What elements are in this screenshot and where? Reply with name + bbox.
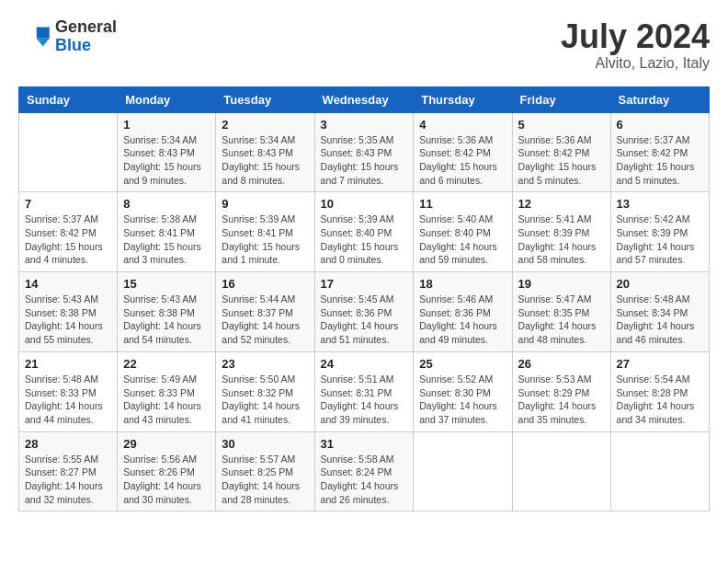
day-detail: Sunrise: 5:55 AM Sunset: 8:27 PM Dayligh… <box>25 453 111 507</box>
day-detail: Sunrise: 5:41 AM Sunset: 8:39 PM Dayligh… <box>518 213 605 267</box>
day-cell: 12Sunrise: 5:41 AM Sunset: 8:39 PM Dayli… <box>512 192 610 272</box>
calendar-table: SundayMondayTuesdayWednesdayThursdayFrid… <box>18 86 710 512</box>
day-number: 25 <box>419 357 506 371</box>
day-detail: Sunrise: 5:36 AM Sunset: 8:42 PM Dayligh… <box>419 133 506 188</box>
day-detail: Sunrise: 5:47 AM Sunset: 8:35 PM Dayligh… <box>518 293 605 347</box>
week-row-5: 28Sunrise: 5:55 AM Sunset: 8:27 PM Dayli… <box>19 431 710 511</box>
day-cell: 27Sunrise: 5:54 AM Sunset: 8:28 PM Dayli… <box>610 351 709 431</box>
day-number: 1 <box>123 118 210 132</box>
day-cell: 21Sunrise: 5:48 AM Sunset: 8:33 PM Dayli… <box>19 351 118 431</box>
day-cell: 19Sunrise: 5:47 AM Sunset: 8:35 PM Dayli… <box>512 272 610 352</box>
title-block: July 2024 Alvito, Lazio, Italy <box>561 18 710 72</box>
day-number: 6 <box>617 118 703 132</box>
day-cell: 16Sunrise: 5:44 AM Sunset: 8:37 PM Dayli… <box>216 272 314 352</box>
day-number: 28 <box>25 437 111 451</box>
day-number: 14 <box>25 277 111 291</box>
day-number: 15 <box>123 277 210 291</box>
day-number: 30 <box>222 437 308 451</box>
day-cell: 13Sunrise: 5:42 AM Sunset: 8:39 PM Dayli… <box>610 192 709 272</box>
day-number: 18 <box>419 277 506 291</box>
day-number: 21 <box>25 357 111 371</box>
svg-marker-1 <box>37 39 50 47</box>
logo-icon <box>18 24 51 50</box>
day-cell: 6Sunrise: 5:37 AM Sunset: 8:42 PM Daylig… <box>610 112 709 192</box>
day-detail: Sunrise: 5:34 AM Sunset: 8:43 PM Dayligh… <box>123 133 210 188</box>
day-cell: 1Sunrise: 5:34 AM Sunset: 8:43 PM Daylig… <box>118 112 216 192</box>
page-header: General Blue July 2024 Alvito, Lazio, It… <box>18 18 710 72</box>
day-detail: Sunrise: 5:37 AM Sunset: 8:42 PM Dayligh… <box>617 133 703 188</box>
day-number: 9 <box>222 197 308 211</box>
day-number: 26 <box>518 357 605 371</box>
day-cell: 9Sunrise: 5:39 AM Sunset: 8:41 PM Daylig… <box>216 192 314 272</box>
day-cell: 29Sunrise: 5:56 AM Sunset: 8:26 PM Dayli… <box>118 431 216 511</box>
day-number: 27 <box>617 357 703 371</box>
day-cell: 26Sunrise: 5:53 AM Sunset: 8:29 PM Dayli… <box>512 351 610 431</box>
day-number: 12 <box>518 197 605 211</box>
day-detail: Sunrise: 5:36 AM Sunset: 8:42 PM Dayligh… <box>518 133 605 188</box>
day-number: 24 <box>321 357 408 371</box>
day-detail: Sunrise: 5:54 AM Sunset: 8:28 PM Dayligh… <box>617 373 703 427</box>
day-cell: 20Sunrise: 5:48 AM Sunset: 8:34 PM Dayli… <box>610 272 709 352</box>
day-cell: 23Sunrise: 5:50 AM Sunset: 8:32 PM Dayli… <box>216 351 314 431</box>
week-row-2: 7Sunrise: 5:37 AM Sunset: 8:42 PM Daylig… <box>19 192 710 272</box>
day-detail: Sunrise: 5:40 AM Sunset: 8:40 PM Dayligh… <box>419 213 506 267</box>
day-number: 5 <box>518 118 605 132</box>
day-detail: Sunrise: 5:57 AM Sunset: 8:25 PM Dayligh… <box>222 453 308 507</box>
logo: General Blue <box>18 18 117 55</box>
day-detail: Sunrise: 5:58 AM Sunset: 8:24 PM Dayligh… <box>321 453 408 507</box>
day-cell: 2Sunrise: 5:34 AM Sunset: 8:43 PM Daylig… <box>216 112 314 192</box>
day-number: 31 <box>321 437 408 451</box>
day-cell: 10Sunrise: 5:39 AM Sunset: 8:40 PM Dayli… <box>314 192 414 272</box>
week-row-3: 14Sunrise: 5:43 AM Sunset: 8:38 PM Dayli… <box>19 272 710 352</box>
day-cell <box>512 431 610 511</box>
week-row-4: 21Sunrise: 5:48 AM Sunset: 8:33 PM Dayli… <box>19 351 710 431</box>
day-detail: Sunrise: 5:38 AM Sunset: 8:41 PM Dayligh… <box>123 213 210 267</box>
day-detail: Sunrise: 5:56 AM Sunset: 8:26 PM Dayligh… <box>123 453 210 507</box>
day-detail: Sunrise: 5:42 AM Sunset: 8:39 PM Dayligh… <box>617 213 703 267</box>
day-detail: Sunrise: 5:44 AM Sunset: 8:37 PM Dayligh… <box>222 293 308 347</box>
day-number: 8 <box>123 197 210 211</box>
day-cell: 25Sunrise: 5:52 AM Sunset: 8:30 PM Dayli… <box>414 351 512 431</box>
day-detail: Sunrise: 5:43 AM Sunset: 8:38 PM Dayligh… <box>25 293 111 347</box>
day-detail: Sunrise: 5:43 AM Sunset: 8:38 PM Dayligh… <box>123 293 210 347</box>
day-detail: Sunrise: 5:39 AM Sunset: 8:41 PM Dayligh… <box>222 213 308 267</box>
weekday-header-friday: Friday <box>512 86 610 112</box>
day-cell: 22Sunrise: 5:49 AM Sunset: 8:33 PM Dayli… <box>118 351 216 431</box>
day-number: 17 <box>321 277 408 291</box>
day-cell: 28Sunrise: 5:55 AM Sunset: 8:27 PM Dayli… <box>19 431 118 511</box>
day-number: 29 <box>123 437 210 451</box>
day-cell: 7Sunrise: 5:37 AM Sunset: 8:42 PM Daylig… <box>19 192 118 272</box>
day-detail: Sunrise: 5:35 AM Sunset: 8:43 PM Dayligh… <box>321 133 408 188</box>
day-detail: Sunrise: 5:39 AM Sunset: 8:40 PM Dayligh… <box>321 213 408 267</box>
day-cell: 15Sunrise: 5:43 AM Sunset: 8:38 PM Dayli… <box>118 272 216 352</box>
day-cell: 30Sunrise: 5:57 AM Sunset: 8:25 PM Dayli… <box>216 431 314 511</box>
day-detail: Sunrise: 5:45 AM Sunset: 8:36 PM Dayligh… <box>321 293 408 347</box>
day-cell: 31Sunrise: 5:58 AM Sunset: 8:24 PM Dayli… <box>314 431 414 511</box>
day-number: 23 <box>222 357 308 371</box>
day-detail: Sunrise: 5:48 AM Sunset: 8:34 PM Dayligh… <box>617 293 703 347</box>
day-cell: 3Sunrise: 5:35 AM Sunset: 8:43 PM Daylig… <box>314 112 414 192</box>
location-title: Alvito, Lazio, Italy <box>561 55 710 72</box>
day-cell: 8Sunrise: 5:38 AM Sunset: 8:41 PM Daylig… <box>118 192 216 272</box>
day-number: 2 <box>222 118 308 132</box>
day-detail: Sunrise: 5:34 AM Sunset: 8:43 PM Dayligh… <box>222 133 308 188</box>
day-detail: Sunrise: 5:53 AM Sunset: 8:29 PM Dayligh… <box>518 373 605 427</box>
day-detail: Sunrise: 5:49 AM Sunset: 8:33 PM Dayligh… <box>123 373 210 427</box>
day-cell <box>610 431 709 511</box>
day-cell: 14Sunrise: 5:43 AM Sunset: 8:38 PM Dayli… <box>19 272 118 352</box>
day-number: 13 <box>617 197 703 211</box>
day-cell: 11Sunrise: 5:40 AM Sunset: 8:40 PM Dayli… <box>414 192 512 272</box>
day-detail: Sunrise: 5:46 AM Sunset: 8:36 PM Dayligh… <box>419 293 506 347</box>
day-cell: 4Sunrise: 5:36 AM Sunset: 8:42 PM Daylig… <box>414 112 512 192</box>
weekday-header-thursday: Thursday <box>414 86 512 112</box>
weekday-header-monday: Monday <box>118 86 216 112</box>
day-cell: 24Sunrise: 5:51 AM Sunset: 8:31 PM Dayli… <box>314 351 414 431</box>
day-number: 16 <box>222 277 308 291</box>
day-number: 3 <box>321 118 408 132</box>
day-number: 11 <box>419 197 506 211</box>
week-row-1: 1Sunrise: 5:34 AM Sunset: 8:43 PM Daylig… <box>19 112 710 192</box>
day-number: 10 <box>321 197 408 211</box>
day-number: 4 <box>419 118 506 132</box>
day-detail: Sunrise: 5:37 AM Sunset: 8:42 PM Dayligh… <box>25 213 111 267</box>
day-cell: 18Sunrise: 5:46 AM Sunset: 8:36 PM Dayli… <box>414 272 512 352</box>
